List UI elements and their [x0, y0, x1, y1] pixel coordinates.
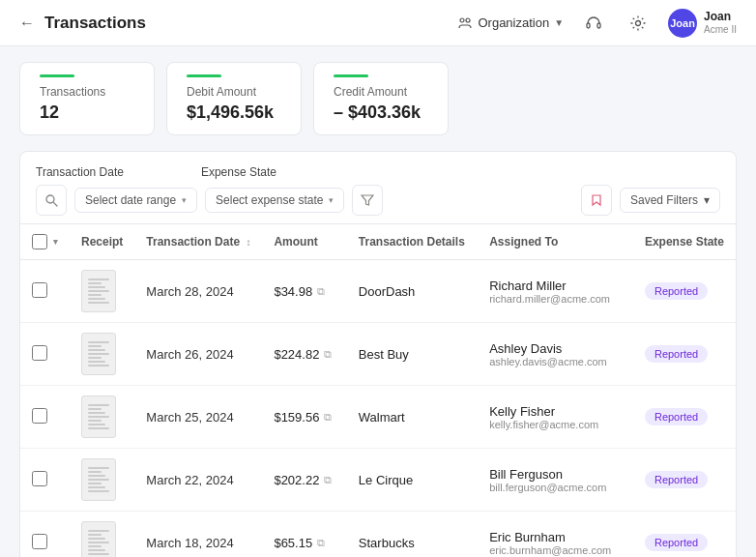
saved-filters-button[interactable]: Saved Filters ▾: [620, 188, 720, 213]
cell-receipt: [70, 512, 134, 558]
user-info: Joan Acme II: [704, 10, 737, 35]
user-section: Joan Joan Acme II: [668, 9, 737, 38]
chevron-down-icon[interactable]: ▾: [53, 237, 58, 247]
back-button[interactable]: ←: [19, 15, 35, 32]
row-checkbox[interactable]: [32, 408, 47, 424]
expense-state-label: Select expense state: [216, 193, 323, 207]
row-checkbox[interactable]: [32, 282, 47, 298]
col-header-assigned: Assigned To: [489, 235, 558, 249]
copy-icon[interactable]: ⧉: [324, 474, 332, 486]
th-details: Transaction Details: [347, 224, 478, 260]
col-header-date: Transaction Date: [146, 235, 240, 249]
sort-icon[interactable]: ↕: [246, 237, 250, 248]
filter-icon: [361, 193, 374, 207]
amount-value: $224.82: [274, 347, 319, 362]
chevron-down-icon: ▼: [554, 17, 564, 28]
amount-value: $202.22: [274, 473, 319, 487]
svg-point-1: [466, 18, 470, 22]
filter-controls: Select date range ▾ Select expense state…: [36, 185, 720, 216]
headset-button[interactable]: [579, 9, 608, 38]
org-label: Organization: [478, 15, 549, 30]
card-label-credit: Credit Amount: [334, 85, 428, 99]
svg-point-4: [636, 20, 641, 25]
cell-assigned: Richard Miller richard.miller@acme.com: [478, 260, 633, 323]
topnav: ← Transactions Organization ▼: [0, 0, 756, 46]
status-badge: Reported: [645, 471, 708, 488]
cell-amount: $224.82 ⧉: [262, 323, 346, 386]
chevron-down-icon: ▾: [329, 195, 334, 205]
cell-checkbox: [20, 512, 70, 558]
copy-icon[interactable]: ⧉: [317, 537, 325, 549]
card-bar: [187, 74, 221, 77]
card-bar: [334, 74, 368, 77]
th-receipt: Receipt: [70, 224, 134, 260]
assigned-name: Bill Ferguson: [489, 467, 622, 482]
bookmark-button[interactable]: [581, 185, 612, 216]
user-org: Acme II: [704, 24, 737, 36]
cell-expense-state: Reported: [633, 260, 736, 323]
card-label-debit: Debit Amount: [187, 85, 281, 99]
org-button[interactable]: Organization ▼: [457, 15, 564, 31]
row-checkbox[interactable]: [32, 345, 47, 361]
cell-checkbox: [20, 323, 70, 386]
copy-icon[interactable]: ⧉: [324, 411, 332, 424]
row-checkbox[interactable]: [32, 534, 47, 549]
cell-expense-state: Reported: [633, 323, 736, 386]
cell-date: March 28, 2024: [134, 260, 262, 323]
cell-expense-state: Reported: [633, 512, 736, 558]
settings-button[interactable]: [624, 9, 653, 38]
assigned-email: eric.burnham@acme.com: [489, 544, 622, 556]
assigned-email: bill.ferguson@acme.com: [489, 482, 622, 493]
th-amount: Amount: [262, 224, 346, 260]
search-button[interactable]: [36, 185, 67, 216]
card-value-transactions: 12: [40, 103, 134, 123]
summary-card-debit: Debit Amount $1,496.56k: [166, 62, 302, 135]
cell-details: Walmart: [347, 386, 478, 449]
topnav-right: Organization ▼ Joan Joan Acme II: [457, 9, 737, 38]
assigned-name: Kelly Fisher: [489, 404, 622, 419]
filter-labels: Transaction Date Expense State: [36, 165, 720, 179]
receipt-thumbnail: [81, 521, 116, 557]
th-checkbox: ▾: [20, 224, 70, 260]
copy-icon[interactable]: ⧉: [324, 348, 332, 361]
table-section: Transaction Date Expense State Select da…: [19, 151, 737, 557]
col-header-amount: Amount: [274, 235, 317, 249]
cell-date: March 18, 2024: [134, 512, 262, 558]
cell-amount: $159.56 ⧉: [262, 386, 346, 449]
chevron-down-icon: ▾: [182, 195, 187, 205]
expense-state-select[interactable]: Select expense state ▾: [205, 188, 344, 213]
card-value-debit: $1,496.56k: [187, 103, 281, 123]
receipt-thumbnail: [81, 458, 116, 501]
summary-card-transactions: Transactions 12: [19, 62, 155, 135]
row-checkbox[interactable]: [32, 471, 47, 486]
assigned-email: richard.miller@acme.com: [489, 293, 622, 305]
table-header-row: ▾ Receipt Transaction Date ↕ Amount Tran…: [20, 224, 736, 260]
cell-assigned: Kelly Fisher kelly.fisher@acme.com: [478, 386, 633, 449]
col-header-receipt: Receipt: [81, 235, 123, 249]
card-label-transactions: Transactions: [40, 85, 134, 99]
status-badge: Reported: [645, 534, 708, 551]
copy-icon[interactable]: ⧉: [317, 285, 325, 298]
cell-assigned: Bill Ferguson bill.ferguson@acme.com: [478, 449, 633, 512]
svg-rect-3: [597, 23, 600, 28]
bookmark-icon: [590, 193, 603, 207]
search-icon: [44, 193, 58, 207]
filter-button[interactable]: [352, 185, 383, 216]
status-badge: Reported: [645, 282, 708, 300]
receipt-thumbnail: [81, 333, 116, 375]
amount-value: $65.15: [274, 536, 312, 550]
cell-assigned: Ashley Davis ashley.davis@acme.com: [478, 323, 633, 386]
receipt-thumbnail: [81, 396, 116, 438]
table-row: March 26, 2024 $224.82 ⧉ Best Buy Ashley…: [20, 323, 736, 386]
user-name: Joan: [704, 10, 737, 23]
filter-label-date: Transaction Date: [36, 165, 124, 179]
th-assigned: Assigned To: [478, 224, 633, 260]
data-table: ▾ Receipt Transaction Date ↕ Amount Tran…: [20, 223, 736, 557]
cell-expense-state: Reported: [633, 449, 736, 512]
date-range-select[interactable]: Select date range ▾: [74, 188, 197, 213]
cell-receipt: [70, 386, 134, 449]
table-row: March 28, 2024 $34.98 ⧉ DoorDash Richard…: [20, 260, 736, 323]
assigned-email: ashley.davis@acme.com: [489, 356, 622, 367]
svg-point-5: [46, 195, 54, 203]
select-all-checkbox[interactable]: [32, 234, 47, 249]
